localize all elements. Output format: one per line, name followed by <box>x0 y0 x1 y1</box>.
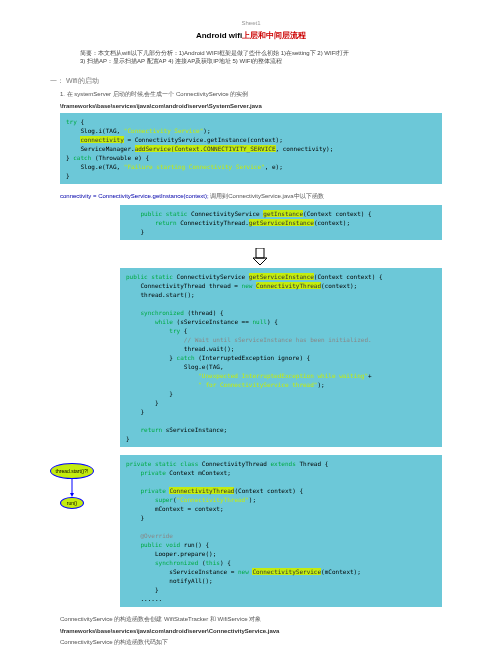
sheet-label: Sheet1 <box>40 20 462 26</box>
code-block-3: public static ConnectivityService getSer… <box>120 268 442 447</box>
code-block-1: try { Slog.i(TAG, "Connectivity Service"… <box>60 113 442 184</box>
svg-rect-0 <box>256 248 264 258</box>
note-1: connectivity = ConnectivityService.getIn… <box>60 192 442 201</box>
section-1: 一： Wifi的启动 <box>50 76 462 86</box>
note-2: ConnectivityService 的构造函数会创建 WifiStateTr… <box>60 615 442 624</box>
flow-label-start: thread.start()?! <box>50 463 94 479</box>
arrow-down-icon <box>250 248 270 266</box>
subsection-1: 1. 在 systemServer 启动的时候,会生成一个 Connectivi… <box>60 90 462 99</box>
svg-marker-3 <box>70 493 74 497</box>
svg-marker-1 <box>253 258 267 265</box>
file-path-1: \frameworks\base\services\java\com\andro… <box>60 103 462 109</box>
title-prefix: Android wifi <box>196 31 242 40</box>
intro-text: 简要：本文档从wifi以下几部分分析：1)Android WIFI框架是做了些什… <box>40 49 462 66</box>
code-block-4: private static class ConnectivityThread … <box>120 455 442 607</box>
page-title: Android wifi上层和中间层流程 <box>40 30 462 41</box>
note-3: ConnectivityService 的构造函数代码如下 <box>60 638 442 647</box>
flow-label-run: run() <box>60 497 84 509</box>
title-red: 上层和中间层流程 <box>242 31 306 40</box>
code-block-2: public static ConnectivityService getIns… <box>120 205 442 240</box>
file-path-2: \frameworks\base\services\java\com\andro… <box>60 628 462 634</box>
